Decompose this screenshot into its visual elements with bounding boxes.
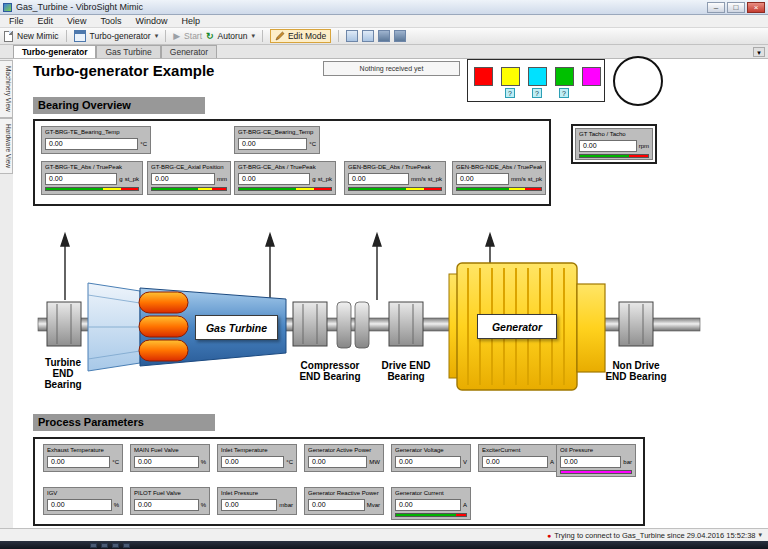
widget-title: Exhaust Temperature xyxy=(47,447,119,454)
widget-title: IGV xyxy=(47,490,119,497)
widget-value: 0.00 xyxy=(47,499,112,511)
widget-title: Inlet Temperature xyxy=(221,447,293,454)
oil-pressure-bar xyxy=(560,470,632,474)
process-widget-exhaust-temperature[interactable]: Exhaust Temperature 0.00°C xyxy=(43,444,123,472)
generator-label: Generator xyxy=(477,314,557,339)
widget-value: 0.00 xyxy=(221,456,284,468)
widget-unit: % xyxy=(201,459,206,465)
widget-unit: Mvar xyxy=(367,502,380,508)
bearing-label-turbine-end: Turbine END Bearing xyxy=(36,357,90,390)
widget-title: Oil Pressure xyxy=(560,447,632,454)
connection-status-text: Trying to connect to Gas_Turbine since 2… xyxy=(554,531,755,540)
process-widget-generator-active-power[interactable]: Generator Active Power 0.00MW xyxy=(304,444,384,472)
taskbar-icon[interactable] xyxy=(112,543,119,548)
combustors xyxy=(139,292,188,361)
gas-turbine-label: Gas Turbine xyxy=(195,315,278,340)
widget-title: Generator Voltage xyxy=(395,447,467,454)
windows-taskbar[interactable] xyxy=(0,541,768,549)
status-bar: ● Trying to connect to Gas_Turbine since… xyxy=(0,528,768,541)
process-parameters-header: Process Parameters xyxy=(33,414,215,431)
widget-value: 0.00 xyxy=(221,499,277,511)
process-widget-oil-pressure[interactable]: Oil Pressure 0.00bar xyxy=(556,444,636,477)
taskbar-icon[interactable] xyxy=(123,543,130,548)
widget-unit: bar xyxy=(623,459,632,465)
bearing-label-compressor-end: Compressor END Bearing xyxy=(293,360,367,382)
widget-value: 0.00 xyxy=(308,499,365,511)
generator-current-bar xyxy=(395,513,467,517)
widget-unit: % xyxy=(114,502,119,508)
widget-value: 0.00 xyxy=(560,456,621,468)
widget-title: Generator Active Power xyxy=(308,447,380,454)
widget-title: Generator Reactive Power xyxy=(308,490,380,497)
process-widget-generator-voltage[interactable]: Generator Voltage 0.00V xyxy=(391,444,471,472)
widget-title: Inlet Pressure xyxy=(221,490,293,497)
taskbar-icon[interactable] xyxy=(101,543,108,548)
widget-value: 0.00 xyxy=(134,499,199,511)
process-widget-generator-current[interactable]: Generator Current 0.00A xyxy=(391,487,471,520)
widget-title: ExciterCurrent xyxy=(482,447,554,454)
widget-unit: °C xyxy=(286,459,293,465)
taskbar-icon[interactable] xyxy=(90,543,97,548)
widget-unit: % xyxy=(201,502,206,508)
process-widget-inlet-pressure[interactable]: Inlet Pressure 0.00mbar xyxy=(217,487,297,515)
connection-status-icon: ● xyxy=(547,532,551,539)
process-widget-main-fuel-valve[interactable]: MAIN Fuel Valve 0.00% xyxy=(130,444,210,472)
process-widget-generator-reactive-power[interactable]: Generator Reactive Power 0.00Mvar xyxy=(304,487,384,515)
bearing-label-drive-end: Drive END Bearing xyxy=(380,360,432,382)
process-widget-pilot-fuel-valve[interactable]: PILOT Fuel Valve 0.00% xyxy=(130,487,210,515)
process-widget-igv[interactable]: IGV 0.00% xyxy=(43,487,123,515)
widget-unit: mbar xyxy=(279,502,293,508)
widget-unit: A xyxy=(463,502,467,508)
widget-value: 0.00 xyxy=(395,456,461,468)
application-window: Gas_Turbine - VibroSight Mimic – □ × Fil… xyxy=(0,0,768,549)
widget-value: 0.00 xyxy=(395,499,461,511)
process-widget-inlet-temperature[interactable]: Inlet Temperature 0.00°C xyxy=(217,444,297,472)
process-widget-exciter-current[interactable]: ExciterCurrent 0.00A xyxy=(478,444,558,472)
widget-value: 0.00 xyxy=(482,456,548,468)
widget-value: 0.00 xyxy=(308,456,367,468)
widget-title: PILOT Fuel Valve xyxy=(134,490,206,497)
turbine-exhaust xyxy=(88,283,140,371)
widget-value: 0.00 xyxy=(47,456,110,468)
widget-unit: MW xyxy=(369,459,380,465)
widget-title: MAIN Fuel Valve xyxy=(134,447,206,454)
widget-unit: °C xyxy=(112,459,119,465)
widget-title: Generator Current xyxy=(395,490,467,497)
widget-unit: A xyxy=(550,459,554,465)
chevron-down-icon[interactable]: ▾ xyxy=(758,531,762,539)
bearing-label-non-drive-end: Non Drive END Bearing xyxy=(604,360,668,382)
widget-value: 0.00 xyxy=(134,456,199,468)
widget-unit: V xyxy=(463,459,467,465)
